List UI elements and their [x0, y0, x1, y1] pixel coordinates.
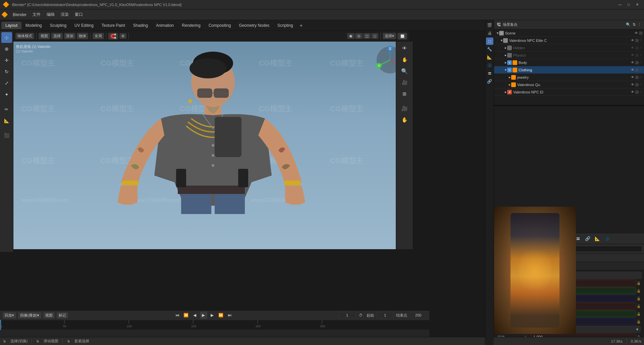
- outliner-item-jewelry[interactable]: ▸ jewelry 👁 🎥 ⋮: [494, 74, 644, 81]
- rotation-x-lock[interactable]: 🔓: [637, 304, 641, 308]
- current-frame-display[interactable]: 1: [339, 312, 356, 319]
- timeline-view-button[interactable]: 视图: [43, 312, 55, 319]
- outliner-item-collection[interactable]: ▾ Valentinos NPC Elite C 👁 🎥 ⋮: [494, 37, 644, 44]
- phys-vis[interactable]: 👁: [631, 53, 634, 57]
- step-back-button[interactable]: ◀: [191, 312, 199, 319]
- tab-animation[interactable]: Animation: [152, 22, 178, 29]
- prop-tab-constraints[interactable]: 🔗: [583, 234, 592, 243]
- scene-visibility[interactable]: 👁: [635, 31, 638, 35]
- outliner-item-valentinos-qu[interactable]: ▸ Valentinos Qu 👁 🎥 ⋮: [494, 81, 644, 88]
- prop-icon-scene[interactable]: 🎬: [486, 21, 493, 29]
- position-y-lock[interactable]: 🔓: [637, 289, 641, 293]
- add-workspace-button[interactable]: +: [297, 21, 305, 29]
- npc-expand-icon[interactable]: ▸: [505, 90, 506, 94]
- camera-view-button[interactable]: 🎥: [399, 77, 410, 88]
- jew-vis[interactable]: 👁: [631, 75, 634, 79]
- menu-help[interactable]: 窗口: [72, 11, 86, 18]
- tab-texture-paint[interactable]: Texture Paint: [98, 22, 129, 29]
- view-3d-button[interactable]: 👁: [399, 43, 410, 54]
- timeline-playback-button[interactable]: 拟像(播放)▾: [18, 312, 41, 319]
- shading-wireframe[interactable]: ◻: [371, 33, 378, 39]
- scene-expand-icon[interactable]: ▾: [497, 31, 498, 35]
- hidden-render[interactable]: 🎥: [635, 46, 639, 50]
- menu-edit[interactable]: 文件: [30, 11, 43, 18]
- body-render[interactable]: 🎥: [635, 61, 639, 64]
- body-expand-icon[interactable]: ▸: [505, 61, 506, 64]
- select-box-tool[interactable]: ⊹: [1, 32, 12, 43]
- outliner-item-physics[interactable]: ▸ Physics 👁 🎥 ⋮: [494, 52, 644, 59]
- play-button[interactable]: ▶: [200, 312, 207, 319]
- scale-tool[interactable]: ⤢: [1, 78, 12, 88]
- scene-sort-icon[interactable]: ⇅: [633, 22, 636, 27]
- tab-geometry-nodes[interactable]: Geometry Nodes: [235, 22, 273, 29]
- tab-compositing[interactable]: Compositing: [205, 22, 235, 29]
- prop-icon-material[interactable]: 🌑: [486, 62, 493, 69]
- panel-divider[interactable]: [494, 105, 644, 106]
- shading-rendered[interactable]: ◫: [363, 33, 371, 39]
- select-menu[interactable]: 选择: [51, 33, 63, 39]
- position-x-lock[interactable]: 🔓: [637, 281, 641, 285]
- outliner-item-hidden[interactable]: ▸ Hidden 👁 🎥 ⋮: [494, 44, 644, 52]
- clothing-vis[interactable]: 👁: [631, 68, 634, 72]
- camera-icon-right[interactable]: 🎥: [399, 103, 410, 114]
- rotate-tool[interactable]: ↻: [1, 66, 12, 77]
- object-mode-dropdown[interactable]: 物体模式: [15, 33, 34, 39]
- position-z-lock[interactable]: 🔓: [637, 297, 641, 300]
- tab-modeling[interactable]: Modeling: [21, 22, 46, 29]
- col-render[interactable]: 🎥: [635, 39, 639, 42]
- tab-layout[interactable]: Layout: [1, 22, 21, 29]
- timeline-ruler[interactable]: 1 50 100 150 200 250 1 10 20 30 40 50 60…: [0, 320, 429, 337]
- tab-uv-editing[interactable]: UV Editing: [70, 22, 98, 29]
- object-menu[interactable]: 物体: [77, 33, 88, 39]
- move-viewport-button[interactable]: ✋: [399, 54, 410, 65]
- outliner-item-clothing[interactable]: ▾ V Clothing 👁 🎥 ⋮: [494, 66, 644, 74]
- rotation-z-lock[interactable]: 🔓: [637, 320, 641, 324]
- prop-icon-object[interactable]: ◻: [486, 38, 493, 45]
- menu-render[interactable]: 编辑: [44, 11, 57, 18]
- jewelry-expand-icon[interactable]: ▸: [509, 75, 511, 79]
- outliner-item-valentinos-npc[interactable]: ▸ ⚡ Valentinos NPC El 👁 🎥 ⋮: [494, 88, 644, 96]
- vq-vis[interactable]: 👁: [631, 83, 634, 86]
- npc-render[interactable]: 🎥: [635, 90, 639, 94]
- timeline-marker-button[interactable]: 标记: [57, 312, 68, 319]
- jump-end-button[interactable]: ⏭: [226, 312, 233, 319]
- prop-icon-data[interactable]: 📐: [486, 54, 493, 61]
- overlay-toggle[interactable]: 选择▾: [383, 33, 396, 39]
- prop-icon-physics[interactable]: 〓: [486, 70, 493, 77]
- tab-shading[interactable]: Shading: [129, 22, 152, 29]
- timeline-mode-button[interactable]: 回放▾: [3, 312, 16, 319]
- collection-expand-icon[interactable]: ▾: [501, 39, 502, 42]
- transform-tool[interactable]: ✦: [1, 89, 12, 100]
- tab-sculpting[interactable]: Sculpting: [46, 22, 70, 29]
- grid-button[interactable]: ⊞: [399, 88, 410, 99]
- npc-vis[interactable]: 👁: [631, 90, 634, 94]
- tab-scripting[interactable]: Scripting: [273, 22, 297, 29]
- step-forward-button[interactable]: ▶: [209, 312, 216, 319]
- zoom-button[interactable]: 🔍: [399, 66, 410, 76]
- shading-material[interactable]: ◎: [355, 33, 363, 39]
- add-menu[interactable]: 添加: [64, 33, 75, 39]
- minimize-button[interactable]: —: [616, 2, 624, 8]
- menu-window[interactable]: 渲染: [58, 11, 71, 18]
- add-cube-tool[interactable]: ⬛: [1, 130, 12, 141]
- scene-render[interactable]: 🎥: [639, 31, 643, 35]
- prop-icon-constraints[interactable]: 🔗: [486, 78, 493, 85]
- vq-render[interactable]: 🎥: [635, 83, 639, 86]
- rotation-y-lock[interactable]: 🔓: [637, 312, 641, 316]
- gizmo-toggle[interactable]: 🔲: [397, 33, 407, 40]
- menu-file[interactable]: Blender: [10, 12, 29, 18]
- jew-render[interactable]: 🎥: [635, 75, 639, 79]
- maximize-button[interactable]: □: [625, 2, 633, 8]
- clothing-expand-icon[interactable]: ▾: [505, 68, 506, 72]
- outliner-item-scene[interactable]: ▾ S Scene 👁 🎥: [494, 29, 644, 37]
- next-keyframe-button[interactable]: ⏩: [217, 312, 225, 319]
- cursor-tool[interactable]: ⊕: [1, 44, 12, 54]
- jump-start-button[interactable]: ⏮: [174, 312, 181, 319]
- col-more[interactable]: ⋮: [640, 39, 643, 42]
- move-tool[interactable]: ✛: [1, 55, 12, 66]
- val-qu-expand-icon[interactable]: ▸: [509, 83, 511, 86]
- hidden-expand-icon[interactable]: ▸: [505, 46, 506, 50]
- scene-filter-icon[interactable]: 🔍: [626, 22, 631, 27]
- snap-toggle[interactable]: 🧲: [108, 33, 118, 40]
- proportional-edit[interactable]: ⊚: [119, 33, 126, 39]
